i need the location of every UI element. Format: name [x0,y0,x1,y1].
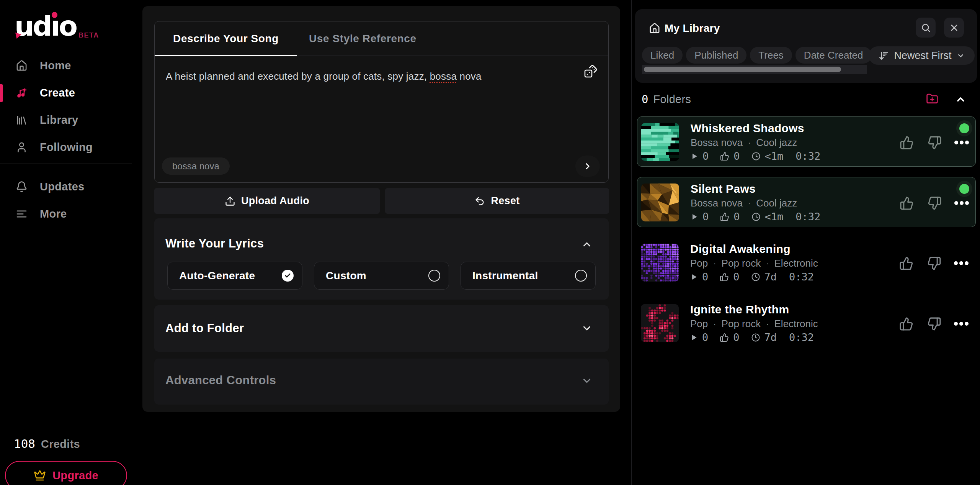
sidebar-item-label: Following [40,141,93,154]
thumbs-up-icon [720,333,729,342]
tab-use-style-reference[interactable]: Use Style Reference [297,21,416,56]
dot [965,201,969,205]
tag-chip-bossa-nova[interactable]: bossa nova [162,157,230,175]
more-options-button[interactable] [954,141,969,144]
upgrade-button[interactable]: Upgrade [5,461,127,485]
song-title: Ignite the Rhythm [690,303,789,316]
chevron-down-icon [957,52,965,60]
upload-icon [225,196,235,206]
folder-plus-icon[interactable] [926,93,938,105]
folders-label: Folders [653,93,691,106]
option-auto-generate[interactable]: Auto-Generate [167,262,302,290]
add-to-folder-section[interactable]: Add to Folder [154,305,609,352]
credits-indicator: 108 Credits [14,437,80,451]
sidebar-item-home[interactable]: Home [0,52,142,79]
more-options-button[interactable] [954,201,969,205]
play-icon [690,334,698,341]
udio-logo[interactable]: udıo BETA [15,10,76,42]
status-dot [956,181,972,197]
search-button[interactable] [916,18,936,38]
undo-icon [474,196,485,206]
sort-descending-icon [879,51,889,61]
credits-label: Credits [41,438,80,451]
sidebar-item-create[interactable]: Create [0,79,142,107]
album-art[interactable] [641,304,679,342]
song-row[interactable]: Silent Paws Bossa nova·Cool jazz 0 0 <1m… [637,177,976,227]
chevron-up-icon[interactable] [955,94,966,105]
sidebar: udıo BETA Home Create Library Following [0,0,142,485]
radio-unchecked-icon [575,270,587,282]
option-instrumental[interactable]: Instrumental [461,262,596,290]
song-genres: Bossa nova·Cool jazz [691,137,797,149]
tab-describe-your-song[interactable]: Describe Your Song [155,21,297,56]
logo-wordmark: udıo [15,10,76,42]
thumbs-up-button[interactable] [900,136,914,150]
song-duration: 0:32 [795,211,820,223]
chevron-down-icon[interactable] [581,323,593,334]
thumbs-down-button[interactable] [928,136,942,150]
library-title: My Library [665,22,720,34]
clock-icon [751,152,761,161]
thumbs-up-button[interactable] [900,196,914,210]
album-art[interactable] [641,244,679,282]
advanced-controls-section[interactable]: Advanced Controls [154,359,609,405]
sidebar-item-following[interactable]: Following [0,134,142,161]
chevron-down-icon[interactable] [581,375,593,387]
expand-tags-button[interactable] [575,156,600,177]
active-indicator [0,84,3,102]
album-art[interactable] [641,123,679,161]
logo-i-dot [52,12,57,18]
misspelled-word: bossa [430,70,457,82]
panel-divider [631,0,632,485]
sidebar-item-label: Create [40,87,75,99]
thumbs-down-button[interactable] [928,196,942,210]
dice-random-icon[interactable] [584,64,598,78]
song-row[interactable]: Digital Awakening Pop·Pop rock·Electroni… [637,238,976,288]
song-row[interactable]: Whiskered Shadows Bossa nova·Cool jazz 0… [637,116,976,167]
reset-button[interactable]: Reset [385,188,609,214]
dot [965,322,969,326]
filter-chip-published[interactable]: Published [686,47,746,64]
song-description-input[interactable]: A heist planned and executed by a group … [166,70,574,83]
close-button[interactable] [944,18,964,38]
dot [954,141,958,144]
music-plus-icon [16,87,28,99]
more-options-button[interactable] [954,322,969,326]
sidebar-item-more[interactable]: More [0,200,142,228]
more-options-button[interactable] [954,261,969,265]
filter-chips: Liked Published Trees Date Created [642,47,872,64]
album-art[interactable] [641,184,679,221]
library-panel: My Library Liked Published Trees Date Cr… [635,0,977,485]
beta-badge: BETA [78,31,99,39]
dot [959,322,963,326]
crown-icon [34,469,46,482]
song-row[interactable]: Ignite the Rhythm Pop·Pop rock·Electroni… [637,298,976,348]
chevron-up-icon[interactable] [581,239,593,250]
filter-chip-trees[interactable]: Trees [750,47,792,64]
song-age: <1m [765,211,784,223]
filter-chip-date-created[interactable]: Date Created [795,47,872,64]
home-icon [649,23,660,34]
thumbs-down-button[interactable] [927,256,941,270]
genre-label: Cool jazz [756,197,797,209]
song-genres: Pop·Pop rock·Electronic [690,318,818,330]
sidebar-item-library[interactable]: Library [0,107,142,134]
section-title: Add to Folder [165,321,244,335]
genre-separator: · [713,319,716,329]
sidebar-item-updates[interactable]: Updates [0,173,142,200]
search-icon [921,23,931,33]
bell-icon [16,181,28,193]
chips-scrollbar[interactable] [642,65,867,74]
thumbs-up-button[interactable] [899,317,913,331]
sidebar-item-label: Updates [40,180,85,193]
thumbs-up-icon [720,272,729,282]
thumbs-up-button[interactable] [899,256,913,270]
thumbs-down-button[interactable] [927,317,941,331]
upload-audio-button[interactable]: Upload Audio [154,188,380,214]
sort-dropdown[interactable]: Newest First [869,46,975,65]
like-count: 0 [733,150,740,162]
option-custom[interactable]: Custom [314,262,449,290]
scrollbar-thumb[interactable] [644,67,841,72]
library-title-row: My Library [649,22,720,34]
filter-chip-liked[interactable]: Liked [642,47,683,64]
